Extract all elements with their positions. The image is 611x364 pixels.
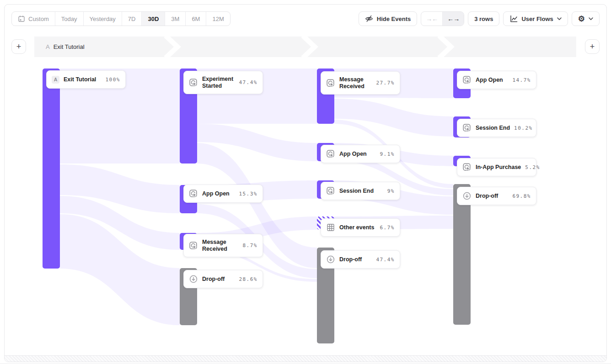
- expand-columns-button[interactable]: ←→: [443, 12, 464, 26]
- date-range-label: 3M: [171, 16, 179, 22]
- footer-scroll-strip: [5, 355, 606, 362]
- flow-node-percent: 47.4%: [376, 257, 395, 263]
- date-range-label: 12M: [212, 16, 224, 22]
- date-range-label: Custom: [28, 16, 49, 22]
- calendar-icon: [18, 15, 25, 22]
- flow-node-label: App Open: [476, 77, 503, 84]
- flow-node-card[interactable]: Session End10.2%: [457, 119, 536, 137]
- flow-node-card[interactable]: Message Received27.7%: [321, 71, 400, 95]
- flow-node-card[interactable]: Experiment Started47.4%: [183, 71, 263, 94]
- toolbar-right: Hide Events →← ←→ 3 rows User Flows ⚙: [359, 11, 600, 26]
- date-range-3m[interactable]: 3M: [165, 12, 186, 26]
- flow-node-percent: 6.7%: [380, 225, 395, 231]
- flow-node-percent: 14.7%: [512, 77, 531, 83]
- add-step-left-button[interactable]: +: [11, 39, 26, 54]
- flow-node-card[interactable]: App Open15.3%: [183, 185, 263, 203]
- other-events-icon: [326, 223, 335, 232]
- date-range-today[interactable]: Today: [55, 12, 84, 26]
- flow-node-label: Message Received: [202, 239, 239, 253]
- flow-node-label: Session End: [476, 125, 510, 132]
- event-icon: [326, 79, 335, 88]
- date-range-12m[interactable]: 12M: [206, 12, 230, 26]
- event-icon: [462, 75, 472, 84]
- user-flows-app: AExit Tutorial100%Experiment Started47.4…: [0, 0, 611, 364]
- rows-button[interactable]: 3 rows: [468, 11, 499, 26]
- flow-node-percent: 15.3%: [239, 191, 257, 197]
- flow-ribbons-layer: [0, 0, 611, 364]
- flow-node-card[interactable]: Other events6.7%: [321, 218, 400, 237]
- flow-node-card[interactable]: App Open14.7%: [457, 71, 536, 89]
- flow-node-card[interactable]: App Open9.1%: [321, 145, 400, 163]
- date-range-label: 30D: [148, 16, 159, 22]
- flow-node-card[interactable]: AExit Tutorial100%: [46, 70, 126, 89]
- chevron-down-icon: [589, 17, 593, 20]
- rows-label: 3 rows: [474, 16, 493, 22]
- event-icon: [326, 149, 335, 158]
- event-icon: [462, 163, 472, 172]
- flow-node-card[interactable]: Session End9%: [321, 182, 400, 200]
- event-icon: [189, 78, 198, 87]
- flow-node-card[interactable]: Message Received8.7%: [183, 234, 263, 257]
- drop-off-icon: [326, 255, 335, 264]
- flow-node-label: Drop-off: [476, 193, 498, 200]
- settings-button[interactable]: ⚙: [572, 11, 600, 26]
- flow-node-percent: 28.6%: [239, 276, 257, 282]
- flow-node-percent: 9%: [387, 188, 395, 194]
- event-icon: [326, 186, 335, 195]
- date-range-label: 6M: [192, 16, 200, 22]
- event-icon: [462, 123, 472, 132]
- chart-icon: [509, 15, 518, 23]
- date-range-yesterday[interactable]: Yesterday: [84, 12, 122, 26]
- flow-node-label: Exit Tutorial: [64, 76, 96, 83]
- flow-node-bar[interactable]: [43, 69, 60, 269]
- event-icon: [189, 241, 198, 250]
- hide-events-button[interactable]: Hide Events: [359, 11, 417, 26]
- flow-node-percent: 27.7%: [376, 80, 395, 86]
- flow-node-card[interactable]: In-App Purchase5.2%: [457, 158, 536, 176]
- hide-events-label: Hide Events: [377, 16, 411, 22]
- flow-node-percent: 9.1%: [380, 151, 395, 157]
- flow-node-label: Message Received: [339, 76, 372, 90]
- collapse-columns-button[interactable]: →←: [421, 12, 443, 26]
- date-range-selector: Custom Today Yesterday 7D 30D 3M 6M 12M: [11, 11, 230, 26]
- flow-node-label: App Open: [339, 151, 367, 158]
- flow-link-ribbon: [334, 99, 453, 137]
- flow-node-label: Experiment Started: [202, 76, 235, 90]
- step-letter-badge: A: [52, 76, 59, 84]
- sankey-stage: AExit Tutorial100%Experiment Started47.4…: [0, 0, 611, 364]
- flow-node-card[interactable]: Drop-off28.6%: [183, 270, 263, 288]
- gear-icon: ⚙: [578, 15, 585, 23]
- flow-node-percent: 10.2%: [514, 125, 533, 131]
- add-step-right-button[interactable]: +: [585, 39, 600, 54]
- view-selector-button[interactable]: User Flows: [503, 11, 568, 26]
- width-toggle: →← ←→: [421, 11, 464, 26]
- date-range-6m[interactable]: 6M: [186, 12, 206, 26]
- chevron-down-icon: [557, 17, 562, 20]
- flow-node-percent: 69.8%: [512, 193, 531, 199]
- toolbar: Custom Today Yesterday 7D 30D 3M 6M 12M …: [11, 11, 600, 26]
- flow-node-percent: 5.2%: [525, 164, 540, 170]
- flow-node-label: App Open: [202, 190, 230, 197]
- date-range-7d[interactable]: 7D: [122, 12, 142, 26]
- date-range-custom[interactable]: Custom: [12, 12, 55, 26]
- flow-node-bar[interactable]: [453, 184, 471, 325]
- flow-node-label: Other events: [339, 224, 374, 231]
- view-selector-label: User Flows: [521, 16, 553, 22]
- date-range-label: 7D: [128, 16, 136, 22]
- flow-node-label: Session End: [339, 188, 374, 195]
- flow-node-card[interactable]: Drop-off47.4%: [321, 250, 400, 269]
- flow-node-label: Drop-off: [202, 276, 225, 283]
- date-range-label: Today: [61, 16, 77, 22]
- date-range-label: Yesterday: [90, 16, 116, 22]
- flow-node-card[interactable]: Drop-off69.8%: [457, 187, 536, 205]
- flow-node-percent: 100%: [106, 77, 121, 83]
- eye-off-icon: [365, 15, 373, 23]
- date-range-30d[interactable]: 30D: [142, 12, 165, 26]
- flow-node-label: Drop-off: [339, 256, 362, 263]
- drop-off-icon: [189, 274, 198, 284]
- drop-off-icon: [462, 191, 472, 200]
- flow-node-label: In-App Purchase: [476, 164, 521, 171]
- flow-node-percent: 47.4%: [239, 79, 257, 85]
- event-icon: [189, 189, 198, 198]
- flow-node-percent: 8.7%: [243, 243, 258, 248]
